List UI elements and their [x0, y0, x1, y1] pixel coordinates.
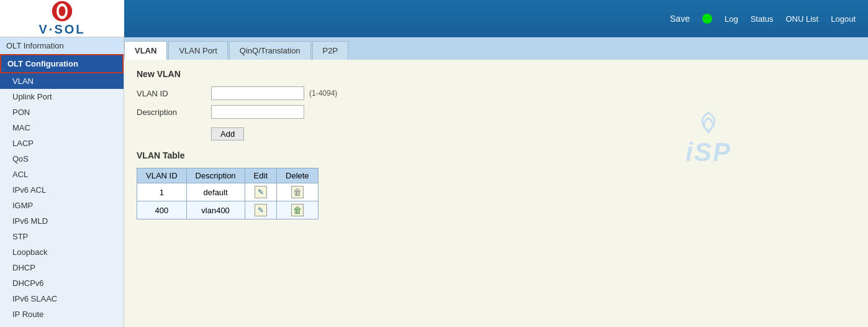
sidebar-item-qos[interactable]: QoS: [0, 151, 124, 167]
sidebar-item-acl[interactable]: ACL: [0, 167, 124, 182]
main-content: VLAN VLAN Port QinQ/Translation P2P New …: [124, 37, 868, 327]
sidebar-item-ipv6-slaac[interactable]: IPv6 SLAAC: [0, 291, 124, 306]
vlan-id-row: VLAN ID (1-4094): [137, 86, 856, 100]
content-area: New VLAN VLAN ID (1-4094) Description Ad…: [124, 60, 868, 327]
sidebar-item-ipv6-route[interactable]: IPv6 Route: [0, 322, 124, 327]
sidebar-olt-information[interactable]: OLT Information: [0, 37, 124, 54]
table-row: 1 default ✎ 🗑: [137, 183, 319, 201]
sidebar-item-ipv6-mld[interactable]: IPv6 MLD: [0, 213, 124, 229]
tab-vlan[interactable]: VLAN: [124, 41, 167, 60]
sidebar-item-vlan[interactable]: VLAN: [0, 73, 124, 89]
edit-cell: ✎: [245, 183, 276, 201]
col-edit: Edit: [245, 168, 276, 183]
col-delete: Delete: [277, 168, 319, 183]
sidebar-olt-configuration[interactable]: OLT Configuration: [0, 54, 124, 73]
vlan-table-title: VLAN Table: [137, 150, 856, 160]
sidebar-item-ipv6-acl[interactable]: IPv6 ACL: [0, 182, 124, 198]
tab-qinq-translation[interactable]: QinQ/Translation: [229, 41, 311, 60]
vlan-id-input[interactable]: [211, 86, 304, 100]
sidebar-item-ip-route[interactable]: IP Route: [0, 306, 124, 322]
table-row: 400 vlan400 ✎ 🗑: [137, 201, 319, 219]
status-link[interactable]: Status: [751, 14, 774, 24]
logo-area: V·SOL: [0, 0, 124, 37]
sidebar-item-mac[interactable]: MAC: [0, 120, 124, 136]
vlan-id-range-hint: (1-4094): [309, 89, 337, 98]
add-button-row: Add: [137, 124, 856, 140]
description-cell: default: [186, 183, 245, 201]
sidebar-item-pon[interactable]: PON: [0, 104, 124, 120]
tab-vlan-port[interactable]: VLAN Port: [168, 41, 227, 60]
delete-cell: 🗑: [277, 183, 319, 201]
new-vlan-title: New VLAN: [137, 69, 856, 79]
description-row: Description: [137, 105, 856, 119]
delete-cell: 🗑: [277, 201, 319, 219]
vlan-id-label: VLAN ID: [137, 89, 211, 98]
save-button[interactable]: Save: [670, 14, 690, 24]
edit-icon-row1[interactable]: ✎: [255, 204, 267, 216]
sidebar-item-loopback[interactable]: Loopback: [0, 244, 124, 260]
svg-point-2: [59, 6, 66, 16]
delete-icon-row0[interactable]: 🗑: [291, 186, 304, 198]
sidebar-item-dhcpv6[interactable]: DHCPv6: [0, 275, 124, 291]
logout-link[interactable]: Logout: [831, 14, 856, 24]
add-button[interactable]: Add: [211, 127, 244, 140]
vlan-table: VLAN ID Description Edit Delete 1 defaul…: [137, 168, 319, 219]
description-cell: vlan400: [186, 201, 245, 219]
sidebar-item-lacp[interactable]: LACP: [0, 136, 124, 151]
tab-p2p[interactable]: P2P: [312, 41, 349, 60]
onu-list-link[interactable]: ONU List: [786, 14, 819, 24]
edit-cell: ✎: [245, 201, 276, 219]
sidebar-item-uplink-port[interactable]: Uplink Port: [0, 89, 124, 104]
vlan-table-section: VLAN Table VLAN ID Description Edit Dele…: [137, 150, 856, 219]
edit-icon-row0[interactable]: ✎: [255, 186, 267, 198]
description-input[interactable]: [211, 105, 304, 119]
status-dot: [702, 14, 712, 24]
tabs-bar: VLAN VLAN Port QinQ/Translation P2P: [124, 37, 868, 60]
vlan-id-cell: 1: [137, 183, 187, 201]
vlan-id-cell: 400: [137, 201, 187, 219]
sidebar: OLT Information OLT Configuration VLAN U…: [0, 37, 124, 327]
sidebar-item-igmp[interactable]: IGMP: [0, 198, 124, 213]
col-vlan-id: VLAN ID: [137, 168, 187, 183]
delete-icon-row1[interactable]: 🗑: [291, 204, 304, 216]
sidebar-item-stp[interactable]: STP: [0, 229, 124, 244]
description-label: Description: [137, 108, 211, 117]
sidebar-item-dhcp[interactable]: DHCP: [0, 260, 124, 275]
log-link[interactable]: Log: [725, 14, 738, 24]
logo-text: V·SOL: [38, 22, 85, 37]
col-description: Description: [186, 168, 245, 183]
vsol-logo-icon: [51, 0, 73, 22]
